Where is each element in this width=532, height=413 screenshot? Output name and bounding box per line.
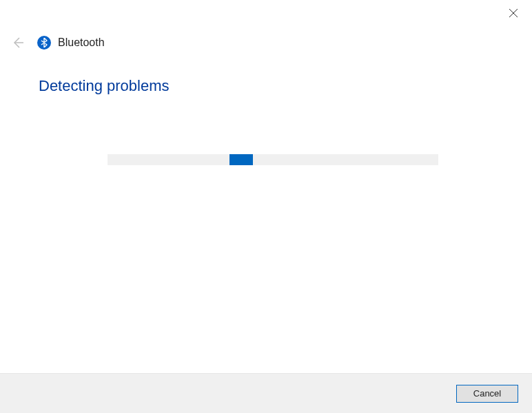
content-area: Detecting problems [39, 77, 493, 95]
header: Bluetooth [10, 34, 105, 51]
title-group: Bluetooth [37, 36, 105, 50]
footer: Cancel [0, 373, 532, 413]
back-arrow-icon [11, 36, 25, 50]
back-button[interactable] [10, 34, 26, 51]
bluetooth-icon [37, 36, 51, 50]
progress-indicator [229, 154, 253, 165]
titlebar [507, 0, 532, 28]
close-icon [509, 8, 518, 18]
cancel-button[interactable]: Cancel [456, 385, 518, 403]
progress-bar [108, 154, 438, 165]
app-title: Bluetooth [58, 36, 105, 49]
page-heading: Detecting problems [39, 77, 493, 95]
close-button[interactable] [507, 7, 520, 19]
